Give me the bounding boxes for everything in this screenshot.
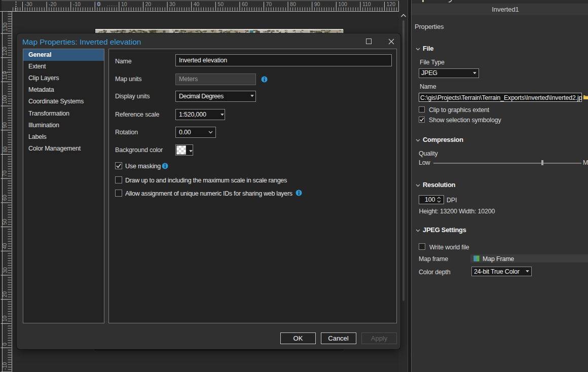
svg-text:80: 80 <box>290 1 296 7</box>
svg-text:20: 20 <box>2 291 8 297</box>
svg-text:-30: -30 <box>25 1 32 7</box>
svg-text:50: 50 <box>217 1 224 7</box>
svg-text:50: 50 <box>2 219 8 225</box>
svg-text:70: 70 <box>2 170 8 176</box>
svg-text:60: 60 <box>2 195 8 201</box>
svg-text:0: 0 <box>98 1 101 7</box>
svg-text:110: 110 <box>362 1 371 7</box>
svg-text:130: 130 <box>2 22 8 31</box>
svg-text:120: 120 <box>387 1 396 7</box>
svg-text:0: 0 <box>2 343 8 346</box>
svg-text:30: 30 <box>169 1 175 7</box>
svg-text:30: 30 <box>2 267 8 273</box>
svg-text:10: 10 <box>121 1 127 7</box>
svg-text:-10: -10 <box>2 362 8 369</box>
svg-text:80: 80 <box>2 146 8 153</box>
svg-text:100: 100 <box>2 95 8 104</box>
svg-text:100: 100 <box>338 1 347 7</box>
svg-text:70: 70 <box>266 1 272 7</box>
svg-text:90: 90 <box>2 122 8 128</box>
svg-text:10: 10 <box>2 316 8 322</box>
svg-text:40: 40 <box>2 243 8 249</box>
svg-text:-20: -20 <box>49 1 56 7</box>
svg-text:-10: -10 <box>73 1 81 7</box>
svg-text:60: 60 <box>242 1 248 7</box>
svg-text:20: 20 <box>145 1 152 7</box>
svg-text:120: 120 <box>2 47 8 56</box>
svg-text:90: 90 <box>314 1 320 7</box>
svg-text:40: 40 <box>194 1 200 7</box>
